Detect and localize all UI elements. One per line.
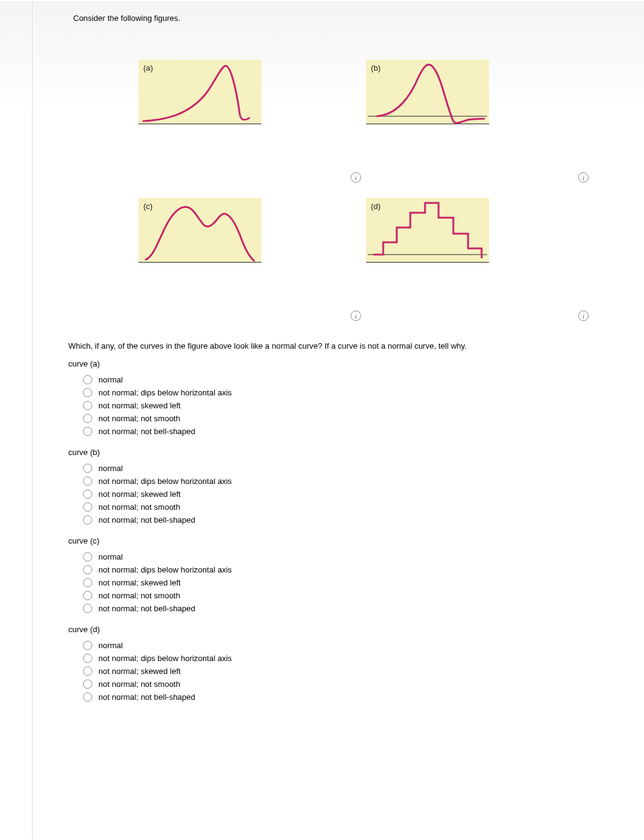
radio-input[interactable] [83, 604, 92, 613]
curve-a-option-0[interactable]: normal [68, 373, 610, 386]
info-icon[interactable]: i [578, 311, 589, 321]
curve-b-option-2[interactable]: not normal; skewed left [68, 488, 610, 501]
curve-c-option-2[interactable]: not normal; skewed left [68, 576, 610, 589]
figure-a-cell: (a) i [138, 41, 366, 180]
option-label: not normal; skewed left [98, 578, 181, 587]
curve-b-option-4[interactable]: not normal; not bell-shaped [68, 513, 610, 526]
figure-a-label: (a) [143, 63, 153, 73]
curve-d-title: curve (d) [68, 625, 610, 634]
curve-b-title: curve (b) [68, 448, 610, 457]
curve-b-option-3[interactable]: not normal; not smooth [68, 501, 610, 513]
figure-b-label: (b) [371, 63, 381, 73]
curve-c-option-4[interactable]: not normal; not bell-shaped [68, 602, 610, 615]
radio-input[interactable] [83, 401, 92, 410]
radio-input[interactable] [83, 427, 92, 436]
curve-c-option-1[interactable]: not normal; dips below horizontal axis [68, 563, 610, 576]
question-content: Consider the following figures. (a) i (b… [32, 2, 610, 839]
curve-d-option-0[interactable]: normal [68, 639, 610, 652]
option-label: not normal; skewed left [98, 667, 181, 676]
radio-input[interactable] [83, 515, 92, 525]
figure-b-curve [366, 60, 489, 124]
option-label: normal [98, 375, 123, 384]
radio-input[interactable] [83, 375, 92, 384]
figure-a-curve [138, 60, 261, 124]
figure-a: (a) [138, 60, 261, 124]
curve-c-group: curve (c) normal not normal; dips below … [68, 536, 610, 615]
curve-b-group: curve (b) normal not normal; dips below … [68, 448, 610, 526]
option-label: not normal; not bell-shaped [98, 692, 196, 702]
option-label: normal [98, 552, 123, 561]
radio-input[interactable] [83, 578, 92, 587]
option-label: not normal; not bell-shaped [98, 515, 196, 525]
figure-b: (b) [366, 60, 489, 124]
intro-text: Consider the following figures. [73, 14, 610, 23]
option-label: not normal; not smooth [98, 680, 180, 689]
curve-d-group: curve (d) normal not normal; dips below … [68, 625, 610, 703]
option-label: not normal; not bell-shaped [98, 604, 196, 613]
option-label: not normal; not smooth [98, 502, 180, 512]
curve-d-option-2[interactable]: not normal; skewed left [68, 665, 610, 678]
radio-input[interactable] [83, 552, 92, 561]
curve-b-option-1[interactable]: not normal; dips below horizontal axis [68, 475, 610, 488]
radio-input[interactable] [83, 477, 92, 486]
curve-d-option-4[interactable]: not normal; not bell-shaped [68, 691, 610, 703]
figure-c-curve [138, 198, 261, 263]
radio-input[interactable] [83, 591, 92, 600]
option-label: not normal; not smooth [98, 591, 180, 600]
figure-d: (d) [366, 198, 489, 263]
curve-d-option-3[interactable]: not normal; not smooth [68, 678, 610, 691]
curve-c-option-0[interactable]: normal [68, 550, 610, 563]
figure-c: (c) [138, 198, 261, 263]
option-label: not normal; dips below horizontal axis [98, 565, 232, 574]
question-text: Which, if any, of the curves in the figu… [68, 341, 610, 351]
curve-c-option-3[interactable]: not normal; not smooth [68, 589, 610, 602]
radio-input[interactable] [83, 388, 92, 397]
curve-a-title: curve (a) [68, 359, 610, 368]
figure-c-label: (c) [143, 202, 153, 211]
figure-d-curve [366, 198, 489, 263]
curve-a-option-2[interactable]: not normal; skewed left [68, 399, 610, 412]
radio-input[interactable] [83, 680, 92, 689]
curve-b-option-0[interactable]: normal [68, 462, 610, 475]
radio-input[interactable] [83, 489, 92, 499]
option-label: not normal; dips below horizontal axis [98, 388, 232, 397]
figure-c-cell: (c) i [138, 180, 366, 318]
radio-input[interactable] [83, 464, 92, 473]
radio-input[interactable] [83, 654, 92, 663]
radio-input[interactable] [83, 692, 92, 702]
radio-input[interactable] [83, 414, 92, 423]
option-label: not normal; dips below horizontal axis [98, 654, 232, 663]
option-label: not normal; skewed left [98, 489, 181, 499]
figure-d-label: (d) [371, 202, 381, 211]
option-label: normal [98, 464, 123, 473]
figure-grid: (a) i (b) i [138, 41, 610, 318]
option-label: not normal; not smooth [98, 414, 180, 423]
curve-d-option-1[interactable]: not normal; dips below horizontal axis [68, 652, 610, 665]
option-label: not normal; dips below horizontal axis [98, 477, 232, 486]
option-label: normal [98, 641, 123, 650]
radio-input[interactable] [83, 565, 92, 574]
option-label: not normal; skewed left [98, 401, 181, 410]
figure-b-cell: (b) i [366, 41, 594, 180]
figure-d-cell: (d) i [366, 180, 594, 318]
radio-input[interactable] [83, 502, 92, 512]
info-icon[interactable]: i [351, 311, 361, 321]
radio-input[interactable] [83, 641, 92, 650]
question-block: Which, if any, of the curves in the figu… [65, 341, 610, 703]
curve-a-option-1[interactable]: not normal; dips below horizontal axis [68, 386, 610, 399]
curve-a-option-4[interactable]: not normal; not bell-shaped [68, 425, 610, 438]
curve-c-title: curve (c) [68, 536, 610, 545]
curve-a-option-3[interactable]: not normal; not smooth [68, 412, 610, 425]
curve-a-group: curve (a) normal not normal; dips below … [68, 359, 610, 438]
radio-input[interactable] [83, 667, 92, 676]
option-label: not normal; not bell-shaped [98, 427, 196, 436]
